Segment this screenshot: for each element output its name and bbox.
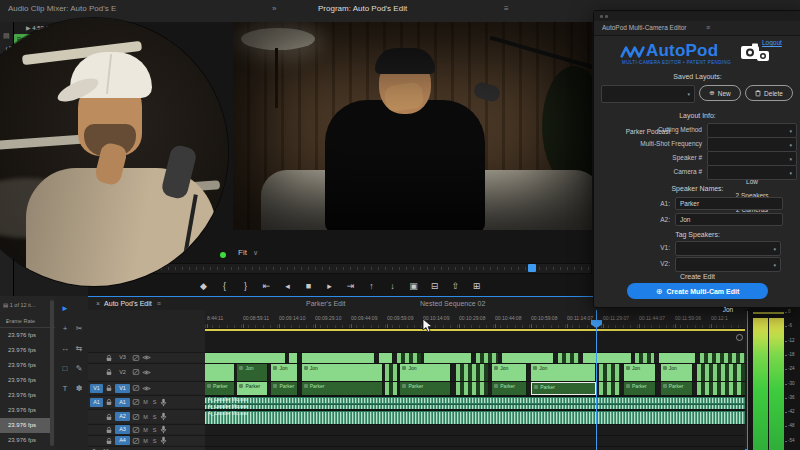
project-row-frame-rate[interactable]: 23.976 fps: [0, 343, 50, 358]
track-select-forward-tool[interactable]: +: [59, 324, 71, 333]
track-target-toggle[interactable]: A4: [115, 436, 130, 445]
clip[interactable]: [697, 382, 745, 395]
clip[interactable]: [476, 353, 498, 363]
voiceover-mic-icon[interactable]: [160, 436, 167, 445]
clip[interactable]: [583, 353, 632, 363]
timeline-playhead-line[interactable]: [596, 310, 597, 450]
clip[interactable]: [397, 353, 421, 363]
pen-tool[interactable]: ✎: [73, 364, 85, 373]
clip[interactable]: [379, 353, 393, 363]
clip[interactable]: Jon: [302, 364, 383, 381]
clip[interactable]: Jon: [237, 364, 267, 381]
lock-icon[interactable]: [105, 426, 113, 434]
a2-name-input[interactable]: [675, 213, 783, 226]
tab-program-monitor[interactable]: Program: Auto Pod's Edit: [318, 4, 407, 13]
cutting-method-select[interactable]: Enable/Disable▾: [707, 123, 797, 138]
track-target-toggle[interactable]: A3: [115, 425, 130, 434]
track-header-a2[interactable]: A2 M S: [88, 409, 205, 423]
clip[interactable]: [599, 382, 620, 395]
clip[interactable]: [205, 364, 235, 381]
comparison-view-icon[interactable]: ⊟: [429, 281, 441, 291]
clip[interactable]: [289, 353, 298, 363]
clip[interactable]: [385, 382, 397, 395]
toggle-track-output-eye-icon[interactable]: [142, 354, 151, 361]
track-header-a1[interactable]: A1A1 M S: [88, 395, 205, 408]
clip[interactable]: [502, 353, 554, 363]
project-row-frame-rate[interactable]: 23.976 fps: [0, 403, 50, 418]
voiceover-mic-icon[interactable]: [160, 425, 167, 434]
track-header-v1[interactable]: V1V1: [88, 381, 205, 394]
voiceover-mic-icon[interactable]: [160, 412, 167, 421]
panel-list-icon[interactable]: ▤: [3, 32, 10, 40]
mute-button[interactable]: M: [142, 427, 149, 433]
mark-in-icon[interactable]: {: [219, 281, 231, 291]
source-patch-badge[interactable]: A1: [90, 398, 103, 407]
selection-tool[interactable]: ►: [59, 304, 71, 313]
new-layout-button[interactable]: ⊕New: [699, 85, 741, 101]
clip[interactable]: [456, 382, 488, 395]
source-patch-empty[interactable]: [90, 353, 103, 362]
source-patch-empty[interactable]: [90, 436, 103, 445]
audio-clip[interactable]: A_ Lavalier Mic.wav: [205, 410, 745, 425]
project-row-frame-rate[interactable]: 23.976 fps: [0, 358, 50, 373]
solo-button[interactable]: S: [151, 438, 158, 444]
source-patch-empty[interactable]: [90, 368, 103, 377]
tab-audio-clip-mixer[interactable]: Audio Clip Mixer: Auto Pod's E: [8, 4, 116, 13]
clip[interactable]: [424, 353, 472, 363]
add-marker-icon[interactable]: ◆: [198, 281, 210, 291]
mute-button[interactable]: M: [142, 399, 149, 405]
track-target-toggle[interactable]: V2: [115, 368, 130, 377]
clip[interactable]: Parker: [400, 382, 451, 395]
multi-shot-frequency-select[interactable]: Low▾: [707, 137, 797, 152]
ripple-edit-tool[interactable]: ↔: [59, 344, 71, 353]
track-header-v2[interactable]: V2: [88, 363, 205, 380]
clip[interactable]: [302, 353, 375, 363]
export-frame-icon[interactable]: ▣: [408, 281, 420, 291]
track-target-toggle[interactable]: A1: [115, 398, 130, 407]
tab-parkers-edit[interactable]: Parker's Edit: [306, 300, 345, 307]
sync-lock-icon[interactable]: [132, 384, 140, 392]
audio-clip[interactable]: A_ Lavalier Mic.wavA_ Lavalier Mic.wav: [205, 396, 745, 410]
clip[interactable]: Parker: [205, 382, 235, 395]
track-header-mix[interactable]: Mix 0.0: [88, 446, 205, 450]
project-row-frame-rate[interactable]: 23.976 fps: [0, 328, 50, 343]
project-scrollbar[interactable]: [50, 300, 54, 446]
solo-button[interactable]: S: [151, 427, 158, 433]
track-header-v3[interactable]: V3: [88, 352, 205, 362]
v2-speaker-select[interactable]: Jon▾: [675, 257, 781, 272]
panel-drag-grip[interactable]: [594, 11, 800, 21]
play-icon[interactable]: ▶: [26, 25, 31, 31]
clip[interactable]: Parker: [661, 382, 693, 395]
clip[interactable]: [558, 353, 579, 363]
autopod-tab-title[interactable]: AutoPod Multi-Camera Editor: [602, 24, 687, 31]
go-to-out-icon[interactable]: ⇥: [345, 281, 357, 291]
lock-icon[interactable]: [105, 368, 113, 376]
clip[interactable]: Parker: [492, 382, 527, 395]
timeline-ruler[interactable]: 8:44:1100:08:59:1100:09:14:1000:09:29:10…: [205, 310, 745, 329]
sync-lock-icon[interactable]: [132, 413, 140, 421]
mark-out-icon[interactable]: }: [240, 281, 252, 291]
sync-lock-icon[interactable]: [132, 368, 140, 376]
clip[interactable]: [385, 364, 397, 381]
sync-lock-icon[interactable]: [132, 426, 140, 434]
sync-lock-icon[interactable]: [132, 354, 140, 362]
delete-layout-button[interactable]: Delete: [745, 85, 793, 101]
sync-lock-icon[interactable]: [132, 437, 140, 445]
clip-selected[interactable]: Parker: [531, 382, 596, 395]
type-tool[interactable]: T: [59, 384, 71, 393]
step-back-icon[interactable]: ◂: [282, 281, 294, 291]
v1-speaker-select[interactable]: Parker▾: [675, 241, 781, 256]
go-to-in-icon[interactable]: ⇤: [261, 281, 273, 291]
clip[interactable]: Parker: [237, 382, 267, 395]
project-row-frame-rate[interactable]: 23.976 fps: [0, 418, 50, 433]
panel-menu-icon[interactable]: ≡: [706, 24, 710, 31]
camera-count-select[interactable]: 2 Cameras▾: [707, 165, 797, 180]
voiceover-mic-icon[interactable]: [160, 398, 167, 407]
track-target-toggle[interactable]: V1: [115, 384, 130, 393]
timeline-settings-icon[interactable]: [736, 334, 743, 341]
toggle-track-output-eye-icon[interactable]: [142, 369, 151, 376]
clip[interactable]: [205, 353, 286, 363]
mute-button[interactable]: M: [142, 414, 149, 420]
source-patch-empty[interactable]: [90, 425, 103, 434]
track-target-toggle[interactable]: V3: [115, 353, 130, 362]
